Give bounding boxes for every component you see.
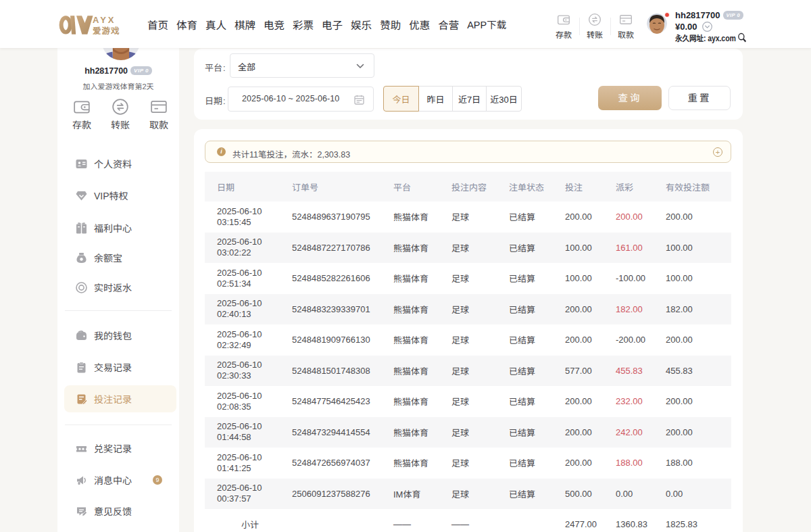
- svg-text:爱游戏: 爱游戏: [93, 24, 120, 37]
